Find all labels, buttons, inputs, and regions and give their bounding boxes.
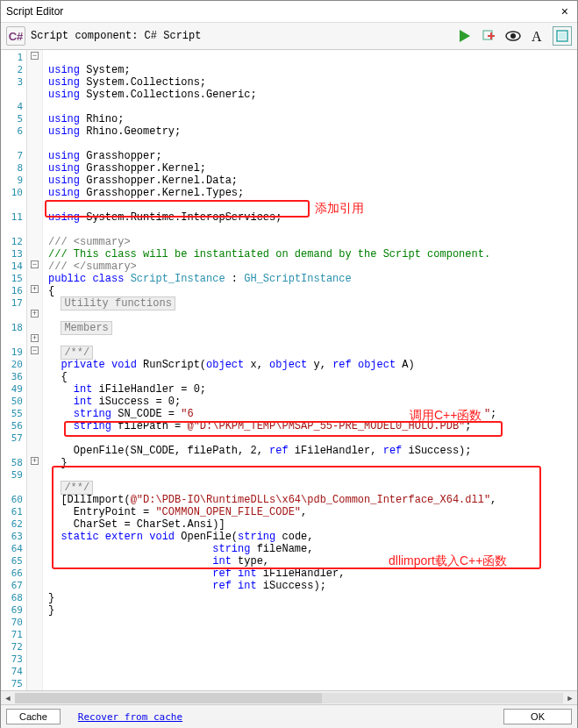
code-content[interactable]: using System; using System.Collections; …	[43, 50, 577, 631]
line-number: 1	[3, 52, 23, 64]
line-number: 63	[3, 531, 23, 543]
run-button[interactable]	[454, 26, 474, 46]
line-number: 74	[3, 666, 23, 678]
line-number: 8	[3, 162, 23, 175]
window-title: Script Editor	[6, 5, 63, 18]
line-number: 7	[3, 150, 23, 162]
line-number: 68	[3, 592, 23, 604]
line-number: 14	[3, 261, 23, 273]
collapsed-comment[interactable]: /**/	[61, 346, 93, 360]
line-number: 15	[3, 273, 23, 285]
svg-point-5	[510, 33, 516, 39]
preview-button[interactable]	[503, 26, 523, 46]
line-number: 9	[3, 175, 23, 187]
line-number: 6	[3, 125, 23, 138]
svg-marker-0	[460, 30, 470, 42]
line-number: 3	[3, 76, 23, 89]
ok-button[interactable]: OK	[503, 709, 572, 724]
script-editor-window: Script Editor × C# Script component: C# …	[0, 0, 578, 728]
csharp-icon: C#	[6, 26, 25, 46]
add-button[interactable]	[479, 26, 498, 46]
fold-column: − − + + + − +	[27, 50, 43, 690]
collapsed-region[interactable]: Members	[61, 321, 111, 335]
line-number: 2	[3, 64, 23, 76]
line-number: 75	[3, 678, 23, 690]
line-number: 55	[3, 408, 23, 420]
line-number: 5	[3, 113, 23, 125]
line-number: 73	[3, 653, 23, 666]
recover-link[interactable]: Recover from cache	[78, 711, 182, 723]
line-number: 20	[3, 359, 23, 371]
line-number: 61	[3, 506, 23, 518]
line-number: 18	[3, 322, 23, 334]
scroll-right-icon[interactable]: ►	[563, 694, 577, 703]
horizontal-scrollbar[interactable]: ◄ ►	[1, 690, 577, 704]
code-area[interactable]: using System; using System.Collections; …	[43, 50, 577, 690]
font-button[interactable]: A	[528, 26, 547, 46]
layout-button[interactable]	[553, 26, 572, 46]
line-number: 66	[3, 567, 23, 580]
fold-toggle[interactable]: −	[31, 261, 39, 268]
close-icon[interactable]: ×	[558, 4, 572, 18]
cache-button[interactable]: Cache	[6, 709, 61, 724]
line-gutter: 1 2 3 4 5 6 7 8 9 10 11 12 13 14 15 16 1…	[1, 50, 27, 690]
collapsed-region[interactable]: Utility functions	[61, 296, 175, 310]
scroll-thumb[interactable]	[15, 693, 322, 703]
fold-toggle[interactable]: −	[31, 52, 39, 60]
line-number: 17	[3, 297, 23, 310]
line-number: 72	[3, 641, 23, 653]
fold-toggle[interactable]: −	[31, 346, 39, 354]
line-number: 12	[3, 236, 23, 248]
fold-toggle[interactable]: +	[31, 285, 39, 293]
line-number: 57	[3, 432, 23, 445]
line-number: 16	[3, 285, 23, 297]
toolbar: C# Script component: C# Script A	[1, 23, 577, 50]
line-number: 4	[3, 101, 23, 113]
line-number: 69	[3, 604, 23, 617]
line-number: 65	[3, 555, 23, 567]
line-number: 10	[3, 187, 23, 199]
line-number: 64	[3, 543, 23, 555]
line-number: 62	[3, 518, 23, 531]
line-number: 58	[3, 457, 23, 469]
collapsed-comment[interactable]: /**/	[61, 481, 93, 495]
line-number: 11	[3, 211, 23, 224]
component-label: Script component: C# Script	[31, 30, 201, 42]
svg-text:A: A	[532, 29, 542, 44]
line-number: 49	[3, 383, 23, 396]
fold-toggle[interactable]: +	[31, 310, 39, 318]
line-number: 71	[3, 629, 23, 641]
statusbar: Cache Recover from cache OK	[1, 704, 577, 728]
svg-rect-8	[559, 32, 566, 39]
fold-toggle[interactable]: +	[31, 334, 39, 342]
line-number: 67	[3, 580, 23, 592]
line-number: 59	[3, 469, 23, 482]
fold-toggle[interactable]: +	[31, 457, 39, 465]
line-number: 60	[3, 494, 23, 506]
line-number: 36	[3, 371, 23, 383]
editor: 1 2 3 4 5 6 7 8 9 10 11 12 13 14 15 16 1…	[1, 50, 577, 690]
titlebar: Script Editor ×	[1, 1, 577, 23]
line-number: 13	[3, 248, 23, 261]
scroll-left-icon[interactable]: ◄	[1, 694, 15, 703]
line-number: 56	[3, 420, 23, 432]
line-number: 50	[3, 396, 23, 408]
line-number: 70	[3, 617, 23, 629]
line-number: 19	[3, 346, 23, 359]
scroll-track[interactable]	[15, 693, 563, 703]
